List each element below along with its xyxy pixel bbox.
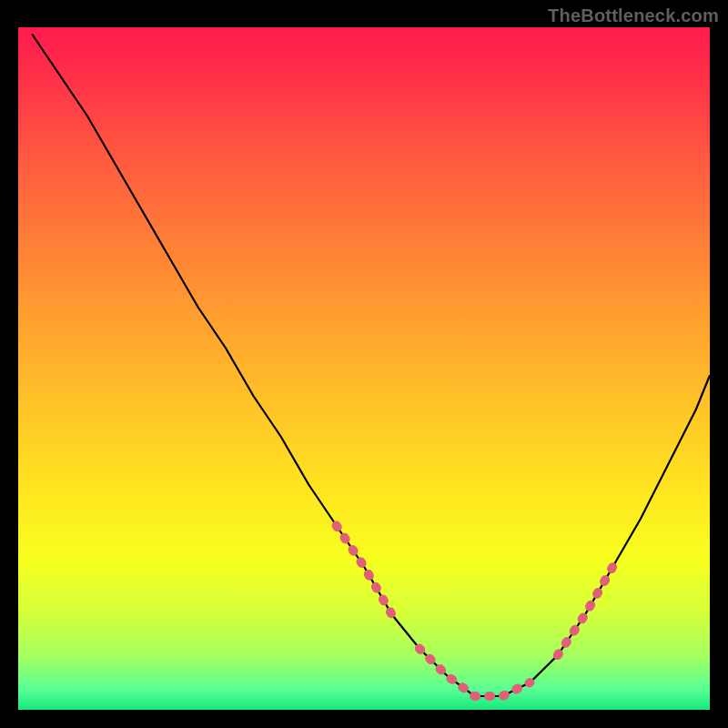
highlight-segment-2 [558,567,613,656]
chart-frame: TheBottleneck.com [0,0,728,728]
highlight-group [337,526,613,697]
highlight-segment-1 [420,649,531,697]
bottleneck-curve-path [32,35,710,697]
highlight-segment-0 [337,526,392,615]
chart-svg [18,27,710,710]
plot-area [18,27,710,710]
watermark-label: TheBottleneck.com [548,5,719,26]
